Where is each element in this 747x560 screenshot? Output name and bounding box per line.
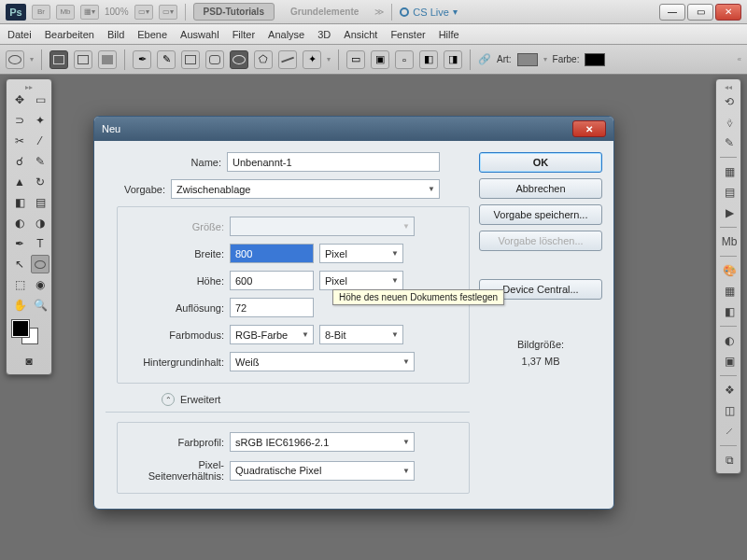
paths-mode[interactable] — [74, 50, 92, 69]
foreground-color[interactable] — [12, 320, 29, 337]
tool-preset-picker[interactable] — [6, 50, 24, 69]
rounded-rect-shape[interactable] — [205, 50, 224, 69]
bittiefe-select[interactable]: 8-Bit▼ — [319, 325, 403, 344]
dialog-close-button[interactable]: ✕ — [572, 120, 606, 137]
options-overflow[interactable]: « — [738, 55, 741, 63]
custom-shape[interactable]: ✦ — [303, 50, 321, 69]
eraser-tool[interactable]: ◧ — [10, 193, 29, 212]
name-input[interactable] — [227, 152, 440, 172]
pathop-new[interactable]: ▭ — [346, 50, 365, 69]
hoehe-input[interactable] — [230, 271, 314, 290]
healing-tool[interactable]: ☌ — [10, 152, 29, 171]
color-swatch[interactable] — [585, 53, 605, 66]
polygon-shape[interactable]: ⬠ — [254, 50, 273, 69]
vorgabe-select[interactable]: Zwischenablage▼ — [171, 179, 440, 199]
menu-filter[interactable]: Filter — [233, 29, 255, 40]
move-tool[interactable]: ✥ — [10, 91, 29, 109]
abbrechen-button[interactable]: Abbrechen — [479, 178, 602, 199]
maximize-button[interactable]: ▭ — [687, 4, 713, 21]
arrange-docs-button[interactable]: ▦▾ — [80, 5, 99, 20]
zoom-level[interactable]: 100% — [105, 7, 129, 17]
adjustments-panel-icon[interactable]: ◐ — [720, 331, 739, 350]
fill-pixels-mode[interactable] — [98, 50, 117, 69]
aufloesung-input[interactable] — [230, 298, 314, 317]
menu-3d[interactable]: 3D — [317, 29, 331, 40]
workspace-tab-psd[interactable]: PSD-Tutorials — [193, 3, 275, 21]
foreground-background-swatch[interactable] — [10, 320, 48, 346]
blur-tool[interactable]: ◐ — [10, 214, 29, 232]
brush-tool[interactable]: ✎ — [31, 152, 49, 171]
history-brush-tool[interactable]: ↻ — [31, 173, 49, 191]
eyedropper-tool[interactable]: ⁄ — [31, 132, 49, 150]
magic-wand-tool[interactable]: ✦ — [31, 111, 49, 130]
channels-panel-icon[interactable]: ◫ — [720, 401, 739, 420]
color-panel-icon[interactable]: 🎨 — [720, 261, 739, 280]
vorgabe-speichern-button[interactable]: Vorgabe speichern... — [479, 204, 602, 225]
line-shape[interactable] — [278, 50, 297, 69]
ok-button[interactable]: OK — [479, 152, 602, 173]
3d-camera-tool[interactable]: ◉ — [31, 275, 49, 294]
freeform-pen-icon[interactable]: ✎ — [157, 50, 176, 69]
ellipse-shape[interactable] — [230, 50, 248, 69]
link-icon[interactable]: 🔗 — [478, 53, 491, 65]
crop-tool[interactable]: ✂ — [10, 132, 29, 150]
stamp-tool[interactable]: ▲ — [10, 173, 29, 191]
rectangle-shape[interactable] — [181, 50, 200, 69]
zoom-tool[interactable]: 🔍 — [31, 296, 49, 315]
pathop-exclude[interactable]: ◨ — [444, 50, 462, 69]
3d-panel-icon[interactable]: ⧉ — [720, 451, 739, 469]
lasso-tool[interactable]: ⊃ — [10, 111, 29, 130]
close-button[interactable]: ✕ — [715, 4, 741, 21]
cs-live-button[interactable]: CS Live ▾ — [400, 7, 458, 18]
3d-tool[interactable]: ⬚ — [10, 275, 29, 294]
shape-tool[interactable] — [31, 255, 49, 273]
paths-panel-icon[interactable]: ⟋ — [720, 422, 739, 441]
layers-panel-icon[interactable]: ❖ — [720, 381, 739, 399]
path-select-tool[interactable]: ↖ — [10, 255, 29, 273]
dialog-titlebar[interactable]: Neu ✕ — [94, 117, 613, 141]
hintergrund-select[interactable]: Weiß▼ — [230, 352, 415, 371]
menu-bild[interactable]: Bild — [107, 29, 124, 40]
masks-panel-icon[interactable]: ▣ — [720, 352, 739, 371]
navigator-panel-icon[interactable]: ▦ — [720, 162, 739, 181]
tool-presets-panel-icon[interactable]: ✎ — [720, 133, 739, 152]
farbprofil-select[interactable]: sRGB IEC61966-2.1▼ — [230, 432, 415, 452]
workspace-tab-grund[interactable]: Grundelemente — [280, 3, 369, 21]
menu-ansicht[interactable]: Ansicht — [344, 29, 377, 40]
hoehe-unit-select[interactable]: Pixel▼ — [319, 271, 403, 290]
mini-bridge-panel-icon[interactable]: Mb — [720, 232, 739, 251]
mini-bridge-button[interactable]: Mb — [56, 5, 75, 20]
view-extras-button[interactable]: ▭▾ — [134, 5, 153, 20]
marquee-tool[interactable]: ▭ — [31, 91, 49, 109]
menu-ebene[interactable]: Ebene — [137, 29, 167, 40]
breite-unit-select[interactable]: Pixel▼ — [319, 244, 403, 263]
minimize-button[interactable]: — — [659, 4, 685, 21]
menu-fenster[interactable]: Fenster — [390, 29, 425, 40]
breite-input[interactable] — [230, 244, 314, 263]
kuler-panel-icon[interactable]: ▶ — [720, 203, 739, 222]
gradient-tool[interactable]: ▤ — [31, 193, 49, 212]
quick-mask-toggle[interactable]: ◙ — [20, 352, 38, 371]
workspace-more[interactable]: ≫ — [374, 7, 384, 17]
dodge-tool[interactable]: ◑ — [31, 214, 49, 232]
hand-tool[interactable]: ✋ — [10, 296, 29, 315]
menu-hilfe[interactable]: Hilfe — [439, 29, 459, 40]
styles-panel-icon[interactable]: ◧ — [720, 302, 739, 321]
pathop-subtract[interactable]: ▫ — [395, 50, 414, 69]
shape-layers-mode[interactable] — [49, 50, 68, 69]
actions-panel-icon[interactable]: ⎀ — [720, 113, 739, 132]
menu-auswahl[interactable]: Auswahl — [180, 29, 219, 40]
histogram-panel-icon[interactable]: ▤ — [720, 183, 739, 202]
pixelverh-select[interactable]: Quadratische Pixel▼ — [230, 461, 415, 481]
pathop-add[interactable]: ▣ — [371, 50, 389, 69]
screen-mode-button[interactable]: ▭▾ — [159, 5, 177, 20]
swatches-panel-icon[interactable]: ▦ — [720, 282, 739, 301]
pen-tool[interactable]: ✒ — [10, 234, 29, 253]
history-panel-icon[interactable]: ⟲ — [720, 92, 739, 111]
menu-datei[interactable]: Datei — [7, 29, 32, 40]
farbmodus-select[interactable]: RGB-Farbe▼ — [230, 325, 314, 344]
menu-analyse[interactable]: Analyse — [268, 29, 304, 40]
pathop-intersect[interactable]: ◧ — [419, 50, 438, 69]
style-swatch[interactable] — [517, 53, 538, 66]
pen-tool-icon[interactable]: ✒ — [133, 50, 151, 69]
